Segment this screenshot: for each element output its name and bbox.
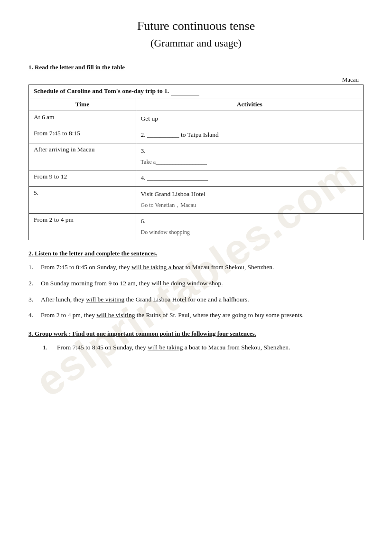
table-row-time-0: At 6 am <box>29 111 136 127</box>
section2-sentence-2: 3.After lunch, they will be visiting the… <box>28 294 364 305</box>
table-row-time-1: From 7:45 to 8:15 <box>29 127 136 143</box>
main-title: Future continuous tense <box>28 19 364 33</box>
table-row-activity-4: Visit Grand Lisboa HotelGo to Venetian，M… <box>136 186 363 213</box>
underlined-text: will be visiting <box>86 296 124 303</box>
table-row-activity-0: Get up <box>136 111 363 127</box>
sentence-num: 2. <box>28 278 38 289</box>
section2-sentence-0: 1.From 7:45 to 8:45 on Sunday, they will… <box>28 262 364 273</box>
table-row-activity-2: 3.Take a__________________ <box>136 143 363 170</box>
section1-header: 1. Read the letter and fill in the table <box>28 64 364 71</box>
table-caption: Schedule of Caroline and Tom's one-day t… <box>29 85 364 98</box>
underlined-text: will be doing window shop. <box>151 280 223 287</box>
sentence-num: 1. <box>28 262 38 273</box>
table-row-time-4: 5. <box>29 186 136 213</box>
sub-title: (Grammar and usage) <box>28 37 364 49</box>
sentence-num: 1. <box>43 342 52 353</box>
col-activities: Activities <box>136 98 363 111</box>
table-row-time-3: From 9 to 12 <box>29 170 136 186</box>
underlined-text: will be visiting <box>96 311 135 319</box>
sentence-num: 3. <box>28 294 38 305</box>
table-row-time-2: After arriving in Macau <box>29 143 136 170</box>
table-row-activity-3: 4. ___________________ <box>136 170 363 186</box>
section2-sentence-1: 2.On Sunday morning from 9 to 12 am, the… <box>28 278 364 289</box>
section2-sentence-3: 4.From 2 to 4 pm, they will be visiting … <box>28 310 364 320</box>
table-row-activity-1: 2. __________ to Taipa Island <box>136 127 363 143</box>
underlined-text: will be taking <box>148 344 183 351</box>
table-row-time-5: From 2 to 4 pm <box>29 213 136 240</box>
underlined-text: will be taking a boat <box>131 263 184 271</box>
section3-header: 3. Group work : Find out one important c… <box>28 330 364 338</box>
schedule-table: Schedule of Caroline and Tom's one-day t… <box>28 85 364 240</box>
col-time: Time <box>29 98 136 111</box>
section2-header: 2. Listen to the letter and complete the… <box>28 250 364 257</box>
section3-sentence-0: 1.From 7:45 to 8:45 on Sunday, they will… <box>28 342 364 353</box>
table-row-activity-5: 6.Do window shopping <box>136 213 363 240</box>
sentence-num: 4. <box>28 310 38 320</box>
macau-label: Macau <box>28 76 364 84</box>
